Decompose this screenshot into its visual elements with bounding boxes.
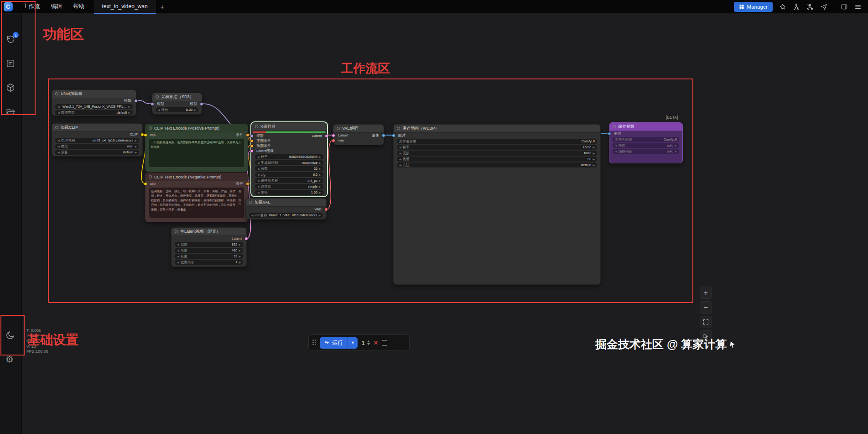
menu-edit[interactable]: 编辑: [46, 0, 68, 14]
widget-decrement-icon[interactable]: ◀: [177, 249, 179, 252]
output-port[interactable]: [244, 237, 248, 241]
collapse-icon[interactable]: [255, 125, 258, 128]
widget-decrement-icon[interactable]: ◀: [257, 167, 260, 170]
node-widget[interactable]: ◀降噪1.00▶: [255, 190, 323, 195]
stepper-up-icon[interactable]: [367, 340, 370, 342]
widget-decrement-icon[interactable]: ◀: [399, 146, 401, 149]
input-port[interactable]: [250, 144, 254, 148]
widget-increment-icon[interactable]: ▶: [593, 152, 595, 155]
node-header[interactable]: 加载VAE: [246, 199, 326, 207]
input-port[interactable]: [332, 139, 335, 142]
node-header[interactable]: 保存视频: [609, 123, 682, 131]
widget-decrement-icon[interactable]: ◀: [177, 255, 179, 258]
node-load-clip[interactable]: 加载CLIPCLIP◀CLIP名称umt5_xxl_fp16.safetenso…: [52, 123, 143, 157]
widget-decrement-icon[interactable]: ◀: [177, 261, 179, 264]
collapse-icon[interactable]: [55, 92, 58, 95]
widget-decrement-icon[interactable]: ◀: [399, 152, 401, 155]
widget-increment-icon[interactable]: ▶: [319, 156, 321, 158]
input-port[interactable]: [144, 133, 147, 137]
sidebar-workflows-button[interactable]: [5, 107, 16, 118]
widget-decrement-icon[interactable]: ◀: [57, 111, 60, 114]
widget-increment-icon[interactable]: ▶: [135, 139, 137, 142]
node-graph-off-icon[interactable]: [806, 3, 814, 10]
node-header[interactable]: 空Latent视频（混元）: [172, 228, 246, 236]
drag-handle[interactable]: [312, 340, 317, 346]
widget-increment-icon[interactable]: ▶: [319, 179, 321, 182]
collapse-icon[interactable]: [175, 230, 178, 233]
node-header[interactable]: UNet加载器: [52, 90, 136, 98]
node-widget[interactable]: ◀质量90▶: [397, 157, 597, 162]
cancel-run-button[interactable]: ✕: [373, 340, 379, 346]
output-port[interactable]: [246, 133, 249, 137]
menu-help[interactable]: 帮助: [68, 0, 90, 14]
node-widget[interactable]: ◀格式auto▶: [613, 143, 679, 148]
node-load-vae[interactable]: 加载VAEVAE◀vae名称Wan2_1_VAE_bf16.safetensor…: [245, 198, 327, 220]
node-widget[interactable]: ◀生成后控制randomize▶: [255, 160, 323, 165]
widget-increment-icon[interactable]: ▶: [239, 261, 241, 264]
node-widget[interactable]: ◀宽度832▶: [175, 242, 243, 247]
node-widget[interactable]: 文件名前缀ComfyUI: [397, 139, 597, 144]
comfyui-logo-icon[interactable]: C: [4, 2, 13, 11]
node-header[interactable]: CLIP Text Encode (Positive Prompt): [146, 124, 248, 132]
star-icon[interactable]: [779, 3, 786, 10]
zoom-in-button[interactable]: +: [700, 287, 712, 299]
sidebar-theme-button[interactable]: [5, 330, 16, 341]
output-port[interactable]: [134, 99, 138, 103]
input-port[interactable]: [332, 134, 335, 137]
widget-decrement-icon[interactable]: ◀: [257, 156, 260, 158]
node-clip-encode-negative[interactable]: CLIP Text Encode (Negative Prompt)clip条件…: [145, 173, 248, 222]
node-save-video[interactable]: 保存视频图片文件名前缀ComfyUI◀格式auto▶◀编解码器auto▶: [609, 122, 683, 163]
node-model-sampling-sd3[interactable]: 采样算法（SD3）模型模型◀移位8.00▶: [152, 93, 202, 115]
widget-increment-icon[interactable]: ▶: [319, 185, 321, 188]
widget-decrement-icon[interactable]: ◀: [57, 151, 60, 154]
widget-decrement-icon[interactable]: ◀: [257, 179, 260, 182]
widget-increment-icon[interactable]: ▶: [319, 173, 321, 176]
node-vae-decode[interactable]: VAE解码Latent图像vae: [333, 124, 384, 145]
widget-increment-icon[interactable]: ▶: [239, 243, 241, 246]
widget-decrement-icon[interactable]: ◀: [399, 158, 401, 161]
node-graph-icon[interactable]: [793, 3, 800, 10]
widget-decrement-icon[interactable]: ◀: [399, 164, 401, 167]
output-port[interactable]: [325, 134, 328, 138]
widget-decrement-icon[interactable]: ◀: [177, 243, 179, 246]
sidebar-logs-button[interactable]: [5, 58, 16, 69]
node-widget[interactable]: ◀帧率16.00▶: [397, 145, 597, 150]
widget-increment-icon[interactable]: ▶: [239, 255, 241, 258]
output-port[interactable]: [200, 102, 203, 106]
node-header[interactable]: K采样器: [252, 123, 327, 131]
input-port[interactable]: [250, 139, 254, 143]
widget-decrement-icon[interactable]: ◀: [251, 214, 254, 217]
node-header[interactable]: 采样算法（SD3）: [152, 93, 202, 101]
input-port[interactable]: [151, 102, 154, 106]
sidebar-model-library-button[interactable]: [5, 83, 16, 94]
node-widget[interactable]: ◀种子605098450520844▶: [255, 154, 323, 159]
widget-increment-icon[interactable]: ▶: [318, 214, 321, 217]
zoom-out-button[interactable]: −: [700, 301, 712, 314]
node-header[interactable]: 保存动画（WEBP）: [394, 125, 600, 133]
collapse-icon[interactable]: [613, 125, 616, 128]
input-port[interactable]: [250, 149, 254, 153]
widget-decrement-icon[interactable]: ◀: [615, 150, 617, 153]
node-header[interactable]: 加载CLIP: [52, 124, 142, 132]
node-widget[interactable]: ◀批量大小1▶: [175, 260, 243, 265]
widget-increment-icon[interactable]: ▶: [675, 150, 677, 153]
node-header[interactable]: VAE解码: [333, 125, 384, 133]
widget-increment-icon[interactable]: ▶: [319, 162, 321, 164]
input-port[interactable]: [392, 134, 395, 137]
node-widget[interactable]: ◀调度器simple▶: [255, 184, 323, 189]
stepper-down-icon[interactable]: [367, 343, 370, 345]
widget-decrement-icon[interactable]: ◀: [57, 139, 60, 142]
node-widget[interactable]: ◀数据类型default▶: [55, 110, 133, 115]
output-port[interactable]: [382, 134, 385, 137]
hamburger-menu-icon[interactable]: [854, 3, 862, 10]
input-port[interactable]: [250, 134, 254, 138]
node-header[interactable]: CLIP Text Encode (Negative Prompt): [146, 173, 248, 181]
output-port[interactable]: [246, 182, 249, 186]
output-port[interactable]: [324, 208, 328, 211]
collapse-icon[interactable]: [249, 201, 252, 204]
node-widget[interactable]: ◀Wan2.1_T2V_14B_FusionX_VACE-FP16.safet……: [55, 104, 133, 109]
widget-increment-icon[interactable]: ▶: [593, 158, 595, 161]
collapse-icon[interactable]: [337, 127, 340, 130]
widget-decrement-icon[interactable]: ◀: [615, 144, 617, 147]
node-widget[interactable]: ◀设备default▶: [55, 150, 139, 155]
